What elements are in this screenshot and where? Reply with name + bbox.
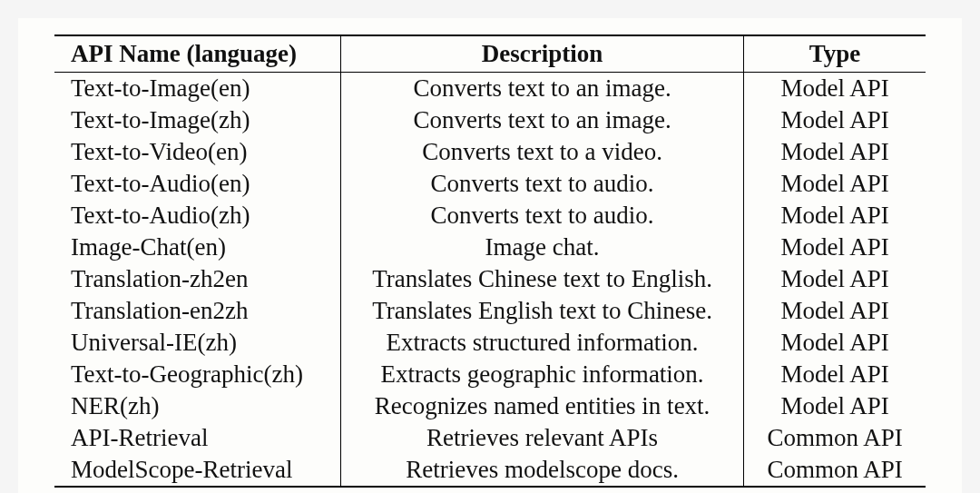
cell-api-name: ModelScope-Retrieval [54,454,341,487]
cell-type: Common API [744,454,926,487]
cell-type: Model API [744,104,926,136]
table-row: Universal-IE(zh) Extracts structured inf… [54,327,926,359]
cell-api-name: NER(zh) [54,390,341,422]
cell-api-name: Text-to-Image(en) [54,73,341,105]
table-row: Text-to-Image(zh) Converts text to an im… [54,104,926,136]
cell-description: Extracts geographic information. [341,359,744,390]
cell-type: Model API [744,390,926,422]
table-container: API Name (language) Description Type Tex… [18,18,962,493]
cell-description: Extracts structured information. [341,327,744,359]
header-api-name: API Name (language) [54,35,341,73]
cell-type: Model API [744,232,926,263]
cell-description: Translates English text to Chinese. [341,295,744,327]
cell-api-name: Text-to-Audio(en) [54,168,341,200]
table-row: Image-Chat(en) Image chat. Model API [54,232,926,263]
cell-api-name: Text-to-Image(zh) [54,104,341,136]
table-row: Text-to-Image(en) Converts text to an im… [54,73,926,105]
table-row: API-Retrieval Retrieves relevant APIs Co… [54,422,926,454]
table-row: Text-to-Video(en) Converts text to a vid… [54,136,926,168]
table-row: Text-to-Audio(en) Converts text to audio… [54,168,926,200]
cell-description: Recognizes named entities in text. [341,390,744,422]
cell-type: Model API [744,359,926,390]
cell-api-name: Text-to-Audio(zh) [54,200,341,232]
table-row: Text-to-Audio(zh) Converts text to audio… [54,200,926,232]
cell-type: Common API [744,422,926,454]
api-table: API Name (language) Description Type Tex… [54,35,926,488]
table-row: NER(zh) Recognizes named entities in tex… [54,390,926,422]
cell-type: Model API [744,295,926,327]
cell-type: Model API [744,200,926,232]
cell-api-name: Text-to-Video(en) [54,136,341,168]
cell-type: Model API [744,168,926,200]
cell-description: Converts text to audio. [341,168,744,200]
cell-description: Converts text to audio. [341,200,744,232]
cell-description: Retrieves relevant APIs [341,422,744,454]
cell-description: Retrieves modelscope docs. [341,454,744,487]
cell-description: Translates Chinese text to English. [341,263,744,295]
cell-api-name: Translation-en2zh [54,295,341,327]
cell-api-name: Translation-zh2en [54,263,341,295]
table-row: Text-to-Geographic(zh) Extracts geograph… [54,359,926,390]
cell-description: Converts text to an image. [341,73,744,105]
table-header-row: API Name (language) Description Type [54,35,926,73]
cell-type: Model API [744,327,926,359]
table-row: ModelScope-Retrieval Retrieves modelscop… [54,454,926,487]
cell-description: Converts text to an image. [341,104,744,136]
cell-type: Model API [744,263,926,295]
cell-api-name: Image-Chat(en) [54,232,341,263]
cell-description: Converts text to a video. [341,136,744,168]
header-description: Description [341,35,744,73]
cell-api-name: Text-to-Geographic(zh) [54,359,341,390]
cell-type: Model API [744,136,926,168]
cell-description: Image chat. [341,232,744,263]
table-row: Translation-zh2en Translates Chinese tex… [54,263,926,295]
cell-api-name: API-Retrieval [54,422,341,454]
header-type: Type [744,35,926,73]
cell-api-name: Universal-IE(zh) [54,327,341,359]
cell-type: Model API [744,73,926,105]
table-row: Translation-en2zh Translates English tex… [54,295,926,327]
